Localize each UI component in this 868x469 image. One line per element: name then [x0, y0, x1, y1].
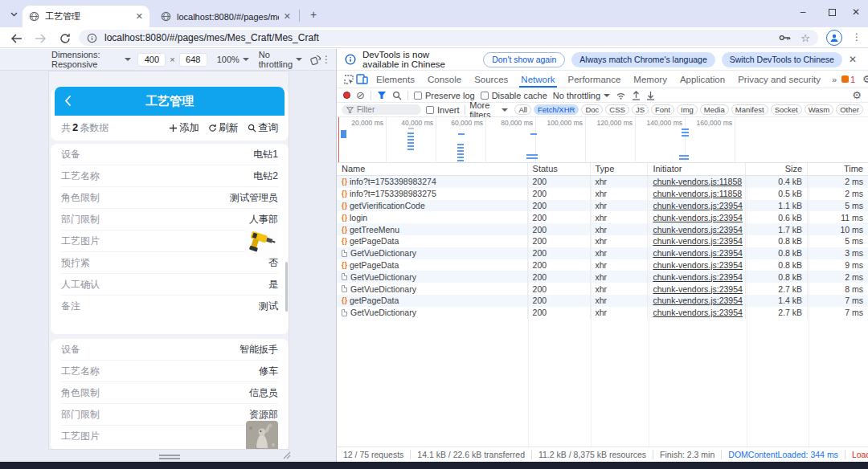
- network-request-row[interactable]: { } getPageData 200 xhr chunk-vendors.js…: [337, 295, 868, 307]
- rotate-device-icon[interactable]: [310, 54, 321, 65]
- request-initiator-link[interactable]: chunk-vendors.js:23954: [653, 260, 743, 270]
- dimensions-select[interactable]: Dimensions: Responsive: [51, 50, 131, 69]
- devtools-tab[interactable]: Memory: [627, 71, 674, 88]
- request-type-chip[interactable]: Manifest: [731, 104, 768, 115]
- request-initiator-link[interactable]: chunk-vendors.js:11858: [653, 177, 742, 186]
- network-request-row[interactable]: { } getTreeMenu 200 xhr chunk-vendors.js…: [337, 223, 868, 235]
- invert-filter-checkbox[interactable]: Invert: [426, 105, 460, 115]
- column-header-time[interactable]: Time: [808, 163, 868, 175]
- zoom-select[interactable]: 100%: [217, 55, 249, 64]
- column-header-status[interactable]: Status: [528, 163, 591, 175]
- devtools-tab[interactable]: Application: [674, 71, 731, 88]
- inspect-element-icon[interactable]: [343, 73, 354, 86]
- network-overview-timeline[interactable]: 20,000 ms 40,000 ms 60,000 ms 80,000 ms …: [337, 117, 868, 163]
- window-minimize-button[interactable]: –: [789, 0, 817, 24]
- search-network-icon[interactable]: [392, 91, 402, 100]
- throttling-select[interactable]: No throttling: [259, 50, 302, 69]
- request-initiator-link[interactable]: chunk-vendors.js:23954: [653, 236, 743, 246]
- more-tabs-button[interactable]: »: [827, 75, 841, 84]
- request-type-chip[interactable]: Media: [700, 104, 729, 115]
- request-initiator-link[interactable]: chunk-vendors.js:11858: [653, 189, 742, 198]
- request-type-chip[interactable]: Font: [651, 104, 674, 115]
- forward-button[interactable]: [34, 31, 47, 45]
- viewport-scrollbar[interactable]: [285, 262, 288, 312]
- infobar-close-icon[interactable]: ✕: [849, 54, 860, 65]
- search-button[interactable]: 查询: [248, 121, 278, 135]
- request-initiator-link[interactable]: chunk-vendors.js:23954: [653, 284, 743, 294]
- devtools-tab[interactable]: Console: [421, 71, 468, 88]
- clear-network-log-icon[interactable]: ⊘: [356, 90, 365, 100]
- request-initiator-link[interactable]: chunk-vendors.js:23954: [653, 225, 743, 234]
- network-request-row[interactable]: GetVueDictionary 200 xhr chunk-vendors.j…: [337, 247, 868, 259]
- request-type-chip[interactable]: Fetch/XHR: [534, 104, 579, 115]
- switch-to-chinese-button[interactable]: Switch DevTools to Chinese: [722, 52, 842, 67]
- request-initiator-link[interactable]: chunk-vendors.js:23954: [653, 296, 743, 305]
- craft-image-squirrel[interactable]: [246, 421, 278, 451]
- tab-close-icon[interactable]: ✕: [284, 11, 291, 22]
- filter-funnel-icon[interactable]: [377, 91, 387, 100]
- request-type-chip[interactable]: Socket: [771, 104, 802, 115]
- request-type-chip[interactable]: CSS: [605, 104, 629, 115]
- network-request-row[interactable]: { } getPageData 200 xhr chunk-vendors.js…: [337, 259, 868, 271]
- disable-cache-checkbox[interactable]: Disable cache: [481, 91, 547, 100]
- new-tab-button[interactable]: +: [306, 7, 321, 22]
- dont-show-again-button[interactable]: Don't show again: [483, 52, 565, 67]
- tab-close-icon[interactable]: ✕: [136, 11, 143, 22]
- password-key-icon[interactable]: [779, 34, 791, 42]
- viewport-resize-handle-bottom[interactable]: [159, 455, 180, 459]
- devtools-tab[interactable]: Network: [514, 71, 561, 88]
- viewport-width-input[interactable]: 400: [137, 53, 166, 67]
- column-header-initiator[interactable]: Initiator: [648, 163, 746, 175]
- request-type-chip[interactable]: Wasm: [805, 104, 834, 115]
- network-throttling-select[interactable]: No throttling: [553, 91, 610, 100]
- site-info-icon[interactable]: [87, 33, 97, 43]
- devtools-tab[interactable]: Elements: [370, 71, 421, 88]
- network-request-row[interactable]: { } getPageData 200 xhr chunk-vendors.js…: [337, 235, 868, 247]
- network-request-row[interactable]: { } login 200 xhr chunk-vendors.js:23954…: [337, 211, 868, 223]
- network-request-row[interactable]: { } getVierificationCode 200 xhr chunk-v…: [337, 200, 868, 212]
- match-language-button[interactable]: Always match Chrome's language: [571, 52, 714, 67]
- network-settings-gear-icon[interactable]: ⚙: [852, 89, 862, 101]
- devtools-tab[interactable]: Privacy and security: [731, 71, 827, 88]
- browser-menu-kebab-icon[interactable]: ⋮: [850, 31, 863, 44]
- request-initiator-link[interactable]: chunk-vendors.js:23954: [653, 213, 743, 222]
- address-bar[interactable]: localhost:8080/#/pages/mes/Mes_Craft/Mes…: [79, 30, 818, 46]
- request-initiator-link[interactable]: chunk-vendors.js:23954: [653, 308, 743, 317]
- more-filters-select[interactable]: More filters: [469, 100, 508, 120]
- request-type-chip[interactable]: JS: [632, 104, 649, 115]
- network-conditions-icon[interactable]: [616, 92, 626, 100]
- network-request-row[interactable]: GetVueDictionary 200 xhr chunk-vendors.j…: [337, 283, 868, 295]
- window-maximize-button[interactable]: [818, 0, 845, 24]
- column-header-name[interactable]: Name: [337, 163, 528, 175]
- request-initiator-link[interactable]: chunk-vendors.js:23954: [653, 272, 743, 282]
- devtools-tab[interactable]: Sources: [468, 71, 514, 88]
- back-button[interactable]: [10, 31, 23, 45]
- request-type-chip[interactable]: Other: [836, 104, 863, 115]
- craft-image-drill[interactable]: [246, 225, 278, 257]
- devtools-tab[interactable]: Performance: [562, 71, 628, 88]
- refresh-button[interactable]: 刷新: [208, 121, 239, 135]
- network-request-row[interactable]: { } info?t=1753398983274 200 xhr chunk-v…: [337, 176, 868, 188]
- request-initiator-link[interactable]: chunk-vendors.js:23954: [653, 248, 743, 258]
- request-type-chip[interactable]: Doc: [581, 104, 603, 115]
- browser-tab-inactive[interactable]: localhost:8080/#/pages/men ✕: [154, 6, 297, 27]
- filter-input[interactable]: Filter: [342, 104, 421, 115]
- device-toolbar-toggle-icon[interactable]: [356, 73, 368, 86]
- request-type-chip[interactable]: Img: [677, 104, 698, 115]
- network-request-row[interactable]: GetVueDictionary 200 xhr chunk-vendors.j…: [337, 307, 868, 319]
- reload-button[interactable]: [58, 31, 72, 45]
- preserve-log-checkbox[interactable]: Preserve log: [414, 91, 475, 100]
- export-har-icon[interactable]: [646, 91, 655, 100]
- viewport-resize-handle-corner[interactable]: [283, 451, 291, 459]
- app-record-card-2[interactable]: 设备 智能扳手 工艺名称 修车: [51, 339, 289, 450]
- issues-badge[interactable]: 1: [841, 75, 855, 84]
- bookmark-star-icon[interactable]: ☆: [800, 32, 810, 44]
- profile-avatar[interactable]: [826, 30, 842, 46]
- import-har-icon[interactable]: [632, 91, 641, 100]
- network-request-row[interactable]: { } info?t=1753398983275 200 xhr chunk-v…: [337, 188, 868, 200]
- network-request-row[interactable]: GetVueDictionary 200 xhr chunk-vendors.j…: [337, 271, 868, 283]
- window-close-button[interactable]: ✕: [842, 0, 868, 24]
- browser-tab-active[interactable]: 工艺管理 ✕: [23, 6, 149, 27]
- column-header-size[interactable]: Size: [746, 163, 808, 175]
- devtools-settings-gear-icon[interactable]: ⚙: [862, 73, 868, 85]
